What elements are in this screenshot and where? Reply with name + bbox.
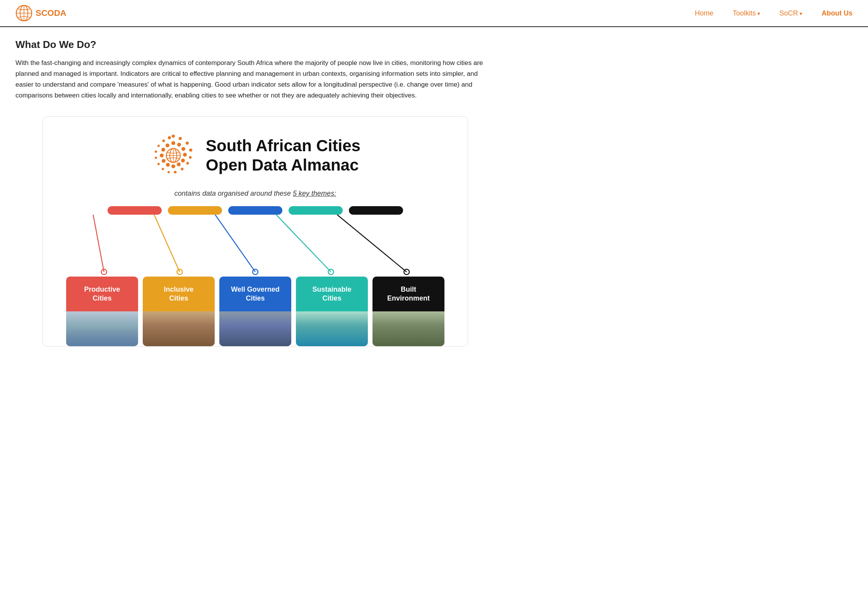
svg-point-31 — [155, 157, 157, 159]
contains-text-plain: contains data organised around these — [174, 190, 293, 197]
svg-line-38 — [154, 215, 180, 272]
nav-toolkits[interactable]: Toolkits — [733, 9, 760, 17]
svg-point-23 — [189, 149, 192, 152]
bar-inclusive — [168, 206, 222, 215]
svg-point-11 — [183, 153, 187, 157]
svg-point-18 — [161, 148, 165, 152]
svg-point-15 — [166, 163, 170, 167]
svg-point-30 — [157, 163, 160, 165]
nav-home[interactable]: Home — [695, 9, 713, 17]
bar-built — [349, 206, 403, 215]
svg-line-42 — [276, 215, 331, 272]
nav-socr[interactable]: SoCR — [779, 9, 802, 17]
theme-card-built[interactable]: BuiltEnvironment — [372, 277, 444, 346]
svg-point-27 — [174, 171, 177, 174]
diagram-wrapper: ProductiveCities InclusiveCities Well Go… — [66, 206, 444, 346]
theme-card-inclusive[interactable]: InclusiveCities — [143, 277, 215, 346]
scoda-title-line2: Open Data Almanac — [206, 155, 361, 175]
nav-about-us[interactable]: About Us — [822, 9, 853, 17]
diagram-card: South African Cities Open Data Almanac c… — [43, 116, 468, 347]
lines-svg — [66, 215, 444, 277]
contains-text-link[interactable]: 5 key themes: — [293, 190, 336, 197]
theme-card-image-sustainable — [296, 311, 368, 346]
theme-card-image-inclusive — [143, 311, 215, 346]
theme-card-header-built: BuiltEnvironment — [372, 277, 444, 311]
description-text: With the fast-changing and increasingly … — [15, 58, 495, 101]
logo-area[interactable]: SCODA — [15, 5, 66, 22]
theme-card-well-governed[interactable]: Well GovernedCities — [219, 277, 291, 346]
contains-text: contains data organised around these 5 k… — [66, 190, 444, 198]
scoda-circle-icon — [150, 132, 196, 179]
svg-point-32 — [155, 150, 157, 153]
svg-point-28 — [167, 171, 170, 173]
svg-point-34 — [162, 140, 165, 142]
scoda-logo-icon — [15, 5, 32, 22]
theme-card-image-well-governed — [219, 311, 291, 346]
color-bars — [66, 206, 444, 215]
navbar: SCODA Home Toolkits SoCR About Us — [0, 0, 868, 27]
svg-point-25 — [186, 162, 189, 165]
svg-point-12 — [181, 159, 185, 162]
svg-point-17 — [160, 154, 164, 157]
svg-point-35 — [168, 136, 171, 139]
main-content: What Do We Do? With the fast-changing an… — [0, 27, 511, 347]
logo-text: SCODA — [36, 8, 66, 18]
scoda-title-line1: South African Cities — [206, 136, 361, 155]
svg-point-9 — [177, 143, 181, 147]
svg-point-20 — [172, 135, 175, 138]
nav-links: Home Toolkits SoCR About Us — [695, 9, 853, 17]
theme-card-header-productive: ProductiveCities — [66, 277, 138, 311]
scoda-title: South African Cities Open Data Almanac — [206, 136, 361, 175]
theme-card-productive[interactable]: ProductiveCities — [66, 277, 138, 346]
theme-card-header-well-governed: Well GovernedCities — [219, 277, 291, 311]
svg-point-13 — [177, 162, 181, 166]
theme-cards: ProductiveCities InclusiveCities Well Go… — [66, 277, 444, 346]
theme-card-sustainable[interactable]: SustainableCities — [296, 277, 368, 346]
svg-line-36 — [93, 215, 104, 272]
bar-productive — [108, 206, 162, 215]
svg-point-14 — [171, 164, 175, 168]
svg-line-44 — [337, 215, 407, 272]
svg-point-26 — [181, 168, 184, 171]
svg-point-22 — [186, 142, 189, 145]
svg-point-16 — [162, 159, 166, 163]
scoda-logo-area: South African Cities Open Data Almanac — [66, 132, 444, 179]
svg-point-29 — [162, 168, 164, 170]
svg-point-33 — [157, 145, 160, 147]
theme-card-image-built — [372, 311, 444, 346]
theme-card-image-productive — [66, 311, 138, 346]
section-title: What Do We Do? — [15, 39, 495, 51]
bar-sustainable — [289, 206, 343, 215]
svg-point-8 — [171, 141, 175, 145]
svg-point-24 — [189, 156, 192, 159]
svg-point-21 — [179, 137, 182, 140]
theme-card-header-inclusive: InclusiveCities — [143, 277, 215, 311]
svg-point-45 — [404, 269, 409, 275]
theme-card-header-sustainable: SustainableCities — [296, 277, 368, 311]
svg-point-10 — [181, 147, 185, 151]
svg-line-40 — [215, 215, 255, 272]
bar-well-governed — [228, 206, 282, 215]
svg-point-19 — [166, 144, 169, 147]
